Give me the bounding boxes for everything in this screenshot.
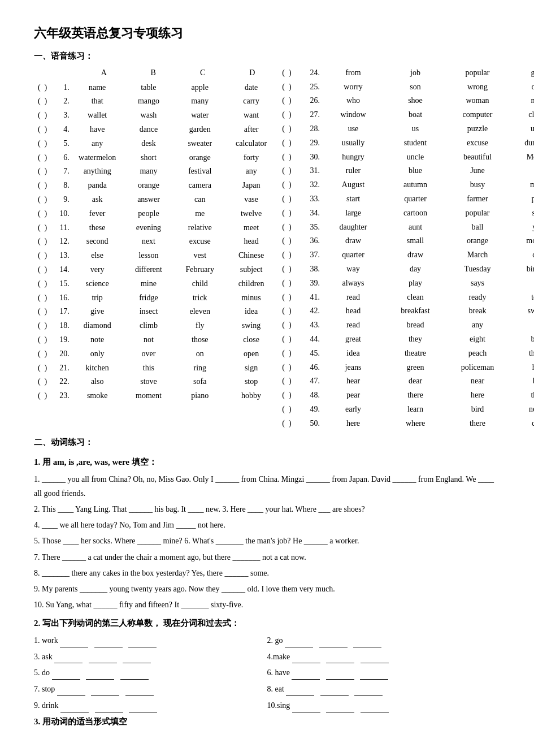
verb-blank[interactable] [360,666,388,680]
verb-blank[interactable] [57,682,85,696]
col-1: fridge [123,291,175,305]
header-c: C [178,66,228,80]
verb-blank[interactable] [52,666,80,680]
col-3: party [509,192,534,206]
verb-label: 6. have [267,668,290,677]
phonics-row: ( ) 21. kitchenthisringsign [34,361,277,375]
col-3: after [225,123,277,136]
col-0: only [72,347,123,361]
col-2: can [174,193,225,206]
col-1: they [384,332,446,346]
row-num: 34. [302,206,322,220]
verb-forms-fill-title: 3. 用动词的适当形式填空 [34,715,500,729]
phonics-row: ( ) 6. watermelonshortorangeforty [34,151,277,165]
paren-left: ( [277,262,285,276]
col-2: woman [446,94,509,107]
col-1: job [384,66,446,80]
col-0: August [322,178,384,192]
verb-label: 5. do [34,668,50,677]
paren-right: ) [285,347,302,360]
verb-blank[interactable] [128,633,157,647]
col-1: play [384,277,446,290]
verb-blank[interactable] [94,633,123,647]
verb-blank[interactable] [129,698,157,712]
row-num: 7. [54,165,71,178]
col-3: red [509,318,534,332]
verb-blank[interactable] [91,682,119,696]
verb-blank[interactable] [286,682,314,696]
col-0: anything [72,165,123,178]
verb-blank[interactable] [326,650,354,664]
paren-left: ( [34,333,41,347]
verb-blank[interactable] [292,666,320,680]
verb-blank[interactable] [353,633,381,647]
phonics-row: ( ) 37. quarterdrawMarchdoor [277,248,534,262]
col-3: head [225,235,277,248]
verb-sentence: 7. There ______ a cat under the chair a … [34,550,500,564]
col-0: panda [72,179,123,192]
row-num: 38. [302,262,322,276]
row-num: 21. [54,361,71,375]
paren-left: ( [34,361,41,375]
row-num: 35. [302,221,322,234]
verb-blank[interactable] [319,633,348,647]
col-0: usually [322,136,384,150]
col-2: water [174,109,225,122]
phonics-row: ( ) 15. scienceminechildchildren [34,277,277,291]
verb-blank[interactable] [125,682,154,696]
paren-right: ) [285,150,302,164]
verb-blank[interactable] [320,682,349,696]
paren-left: ( [277,122,285,136]
phonics-row: ( ) 32. Augustautumnbusyminus [277,178,534,192]
col-1: where [384,417,446,430]
col-1: next [123,235,175,248]
paren-left: ( [277,332,285,346]
phonics-row: ( ) 48. pearthereheretheirs [277,388,534,402]
col-1: shoe [384,94,446,107]
phonics-row: ( ) 11. theseeveningrelativemeet [34,221,277,235]
verb-blank[interactable] [120,666,149,680]
phonics-row: ( ) 27. windowboatcomputerclothes [277,108,534,122]
col-2: peach [446,347,509,360]
verb-blank[interactable] [292,698,320,712]
verb-blank[interactable] [60,698,89,712]
col-1: evening [123,221,175,235]
verb-blank[interactable] [326,698,354,712]
col-2: many [174,94,225,108]
verb-blank[interactable] [361,698,389,712]
col-1: uncle [384,150,446,164]
col-1: quarter [384,192,446,206]
verb-blank[interactable] [123,650,151,664]
verb-blank[interactable] [285,633,313,647]
col-3: dumpling [509,136,534,150]
paren-right: ) [285,332,302,346]
col-3: open [225,347,277,361]
col-3: date [225,81,277,94]
col-3: nearby [509,403,534,416]
verb-blank[interactable] [361,650,389,664]
paren-left: ( [34,221,41,235]
row-num: 44. [302,332,322,346]
verb-blank[interactable] [95,698,123,712]
paren-left: ( [34,375,41,388]
col-0: wallet [72,109,123,122]
paren-right: ) [41,81,55,94]
row-num: 1. [54,81,71,94]
verb-blank[interactable] [54,650,83,664]
col-0: from [322,66,384,80]
paren-right: ) [285,178,302,192]
verb-blank[interactable] [292,650,320,664]
col-0: read [322,291,384,304]
col-1: son [384,80,446,94]
phonics-row: ( ) 28. useuspuzzleunder [277,122,534,136]
verb-blank[interactable] [89,650,117,664]
verb-blank[interactable] [86,666,114,680]
verb-blank[interactable] [326,666,354,680]
paren-right: ) [41,221,55,235]
row-num: 37. [302,248,322,262]
phonics-header-left: A B C D [79,66,277,80]
verb-blank[interactable] [60,633,88,647]
verb-blank[interactable] [354,682,383,696]
row-num: 29. [302,136,322,150]
paren-left: ( [277,136,285,150]
